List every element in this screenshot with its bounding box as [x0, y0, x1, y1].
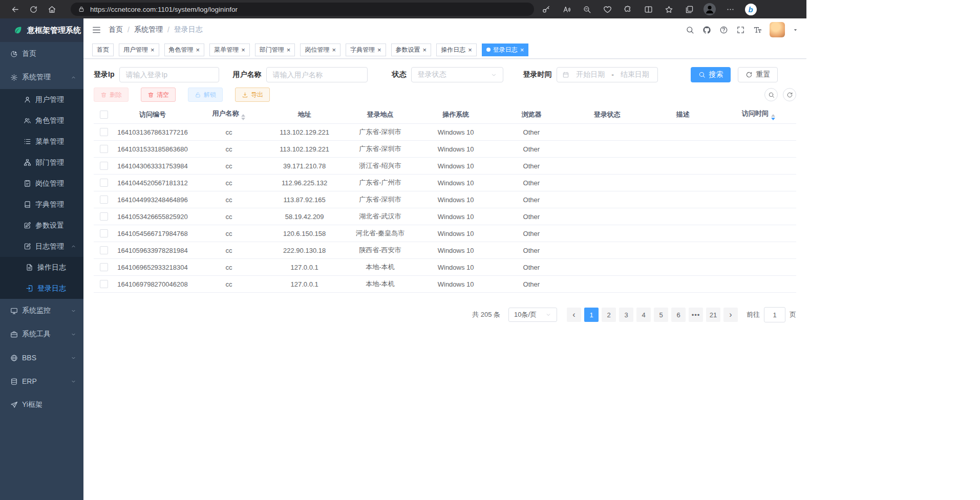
sidebar-item-11[interactable]: 操作日志: [0, 257, 83, 278]
sidebar-item-8[interactable]: 字典管理: [0, 194, 83, 215]
page-button-8[interactable]: 21: [706, 308, 720, 322]
tab-8[interactable]: 参数设置×: [391, 44, 432, 56]
sort-icon[interactable]: [241, 114, 245, 120]
bing-button[interactable]: b: [744, 2, 757, 16]
page-button-1[interactable]: 1: [584, 308, 599, 322]
sidebar-item-13[interactable]: 系统监控: [0, 299, 83, 322]
sidebar-item-2[interactable]: 系统管理: [0, 66, 83, 89]
prev-page-button[interactable]: ‹: [567, 308, 581, 322]
search-button[interactable]: [764, 88, 778, 101]
tab-3[interactable]: 角色管理×: [164, 44, 205, 56]
passwords-button[interactable]: [539, 2, 552, 16]
close-tab-icon[interactable]: ×: [520, 47, 524, 53]
sidebar-item-3[interactable]: 用户管理: [0, 89, 83, 110]
unlock-button[interactable]: 解锁: [188, 88, 223, 102]
tab-2[interactable]: 用户管理×: [119, 44, 159, 56]
close-tab-icon[interactable]: ×: [151, 47, 155, 53]
row-checkbox[interactable]: [100, 179, 108, 187]
close-tab-icon[interactable]: ×: [196, 47, 200, 53]
browser-essentials-button[interactable]: [601, 2, 614, 16]
goto-page-input[interactable]: [764, 307, 785, 322]
close-tab-icon[interactable]: ×: [377, 47, 381, 53]
more-pages-button[interactable]: •••: [689, 308, 703, 322]
reset-button[interactable]: 重置: [738, 67, 778, 82]
date-range-picker[interactable]: 开始日期 - 结束日期: [557, 67, 658, 82]
close-tab-icon[interactable]: ×: [287, 47, 291, 53]
read-aloud-button[interactable]: [560, 2, 573, 16]
favorites-button[interactable]: [662, 2, 675, 16]
more-button[interactable]: [723, 2, 737, 16]
address-bar[interactable]: https://ccnetcore.com:1101/system/log/lo…: [71, 3, 534, 16]
next-page-button[interactable]: ›: [723, 308, 738, 322]
close-tab-icon[interactable]: ×: [423, 47, 427, 53]
column-header-2[interactable]: 用户名称: [191, 106, 267, 124]
page-button-3[interactable]: 3: [619, 308, 633, 322]
font-size-button[interactable]: [753, 26, 762, 34]
page-button-4[interactable]: 4: [636, 308, 651, 322]
tab-6[interactable]: 岗位管理×: [300, 44, 340, 56]
search-button[interactable]: 搜索: [691, 67, 731, 82]
sidebar-item-9[interactable]: 参数设置: [0, 215, 83, 236]
refresh-button[interactable]: [783, 88, 796, 101]
fullscreen-button[interactable]: [736, 26, 745, 34]
sidebar-item-10[interactable]: 日志管理: [0, 236, 83, 257]
column-header-9[interactable]: 访问时间: [720, 106, 796, 124]
tab-9[interactable]: 操作日志×: [436, 44, 477, 56]
tab-5[interactable]: 部门管理×: [255, 44, 295, 56]
refresh-button[interactable]: [26, 2, 41, 17]
row-checkbox[interactable]: [100, 263, 108, 271]
zoom-button[interactable]: [580, 2, 593, 16]
help-button[interactable]: [719, 26, 728, 34]
tab-10[interactable]: 登录日志×: [482, 44, 529, 56]
page-size-select[interactable]: 10条/页: [508, 308, 557, 322]
extensions-button[interactable]: [621, 2, 634, 16]
login-ip-input[interactable]: [119, 67, 219, 82]
export-button[interactable]: 导出: [235, 88, 270, 102]
status-select[interactable]: 登录状态: [411, 67, 503, 82]
collections-button[interactable]: [683, 2, 696, 16]
home-button[interactable]: [44, 2, 59, 17]
back-button[interactable]: [7, 2, 23, 17]
close-tab-icon[interactable]: ×: [468, 47, 472, 53]
close-tab-icon[interactable]: ×: [332, 47, 336, 53]
split-screen-button[interactable]: [642, 2, 655, 16]
close-tab-icon[interactable]: ×: [241, 47, 245, 53]
sidebar-item-6[interactable]: 部门管理: [0, 152, 83, 173]
tab-1[interactable]: 首页: [92, 44, 114, 56]
user-avatar[interactable]: [770, 22, 785, 37]
sidebar-item-15[interactable]: BBS: [0, 346, 83, 369]
sidebar-item-12[interactable]: 登录日志: [0, 278, 83, 299]
sidebar-item-14[interactable]: 系统工具: [0, 322, 83, 346]
breadcrumb-item-3[interactable]: 登录日志: [174, 25, 203, 34]
page-button-2[interactable]: 2: [602, 308, 616, 322]
row-checkbox[interactable]: [100, 246, 108, 254]
clear-button[interactable]: 清空: [141, 88, 176, 102]
page-button-5[interactable]: 5: [654, 308, 668, 322]
row-checkbox[interactable]: [100, 128, 108, 136]
row-checkbox[interactable]: [100, 212, 108, 221]
username-input[interactable]: [266, 67, 368, 82]
sidebar-item-1[interactable]: 首页: [0, 42, 83, 66]
page-button-6[interactable]: 6: [671, 308, 686, 322]
breadcrumb-item-2[interactable]: 系统管理: [134, 25, 163, 34]
tab-7[interactable]: 字典管理×: [346, 44, 386, 56]
sidebar-item-4[interactable]: 角色管理: [0, 110, 83, 131]
select-all-checkbox[interactable]: [100, 111, 108, 119]
sort-icon[interactable]: [771, 114, 775, 120]
row-checkbox[interactable]: [100, 145, 108, 153]
breadcrumb-item-1[interactable]: 首页: [109, 25, 123, 34]
row-checkbox[interactable]: [100, 162, 108, 170]
row-checkbox[interactable]: [100, 229, 108, 237]
sidebar-item-7[interactable]: 岗位管理: [0, 173, 83, 194]
sidebar-item-17[interactable]: Yi框架: [0, 393, 83, 417]
search-button[interactable]: [686, 26, 694, 34]
profile-button[interactable]: [703, 2, 716, 16]
sidebar-item-16[interactable]: ERP: [0, 369, 83, 393]
row-checkbox[interactable]: [100, 195, 108, 204]
sidebar-item-5[interactable]: 菜单管理: [0, 131, 83, 152]
github-button[interactable]: [702, 26, 711, 34]
tab-4[interactable]: 菜单管理×: [209, 44, 250, 56]
sidebar-toggle-icon[interactable]: [92, 25, 101, 35]
delete-button[interactable]: 删除: [94, 88, 129, 102]
row-checkbox[interactable]: [100, 280, 108, 288]
